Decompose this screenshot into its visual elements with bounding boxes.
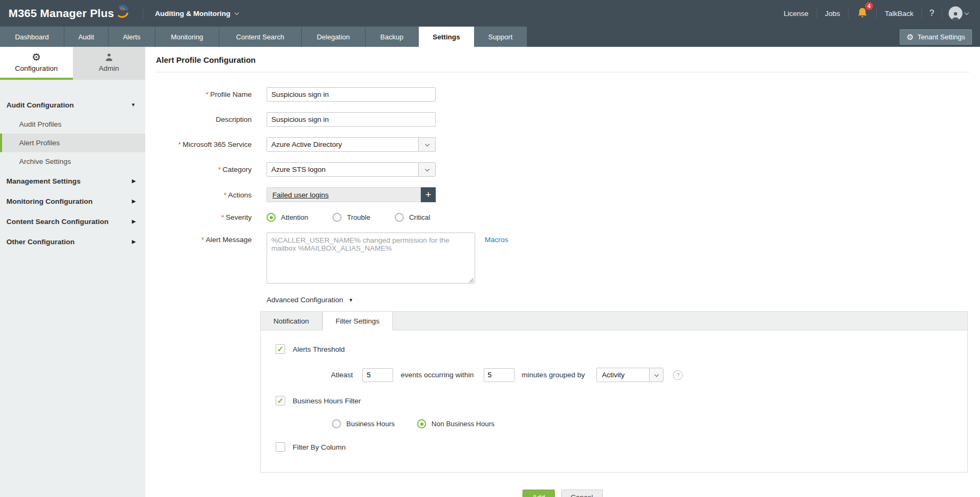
triangle-down-icon: ▼ [131,102,136,107]
tenant-settings-button[interactable]: ⚙ Tenant Settings [900,29,972,45]
business-hours-filter-label: Business Hours Filter [293,397,361,405]
radio-selected-icon [417,419,426,428]
required-asterisk: * [178,140,181,148]
radio-icon [332,419,341,428]
profile-name-input[interactable] [267,87,436,102]
tab-notification[interactable]: Notification [261,312,322,330]
required-asterisk: * [218,165,221,173]
threshold-help-icon[interactable]: ? [673,370,683,380]
chevron-down-icon [965,10,969,14]
chevron-down-icon [649,368,663,382]
panel-tab-strip: Notification Filter Settings [261,312,967,330]
nav-tab-content-search[interactable]: Content Search [219,27,302,47]
minutes-grouped-label: minutes grouped by [522,371,585,379]
nav-tab-alerts[interactable]: Alerts [109,27,155,47]
category-select-value: Azure STS logon [267,165,418,173]
minutes-input[interactable] [484,368,514,382]
business-hours-radio-group: Business Hours Non Business Hours [332,419,952,428]
nav-tab-support[interactable]: Support [474,27,527,47]
nav-tab-settings[interactable]: Settings [419,27,474,47]
admin-person-icon [104,53,114,62]
required-asterisk: * [223,191,226,199]
jobs-link[interactable]: Jobs [817,10,849,18]
alerts-threshold-settings: Atleast events occurring within minutes … [331,368,952,382]
radio-selected-icon [267,213,276,222]
nav-tab-audit[interactable]: Audit [64,27,109,47]
page-title: Alert Profile Configuration [156,53,969,64]
license-link[interactable]: License [776,10,817,18]
service-select[interactable]: Azure Active Directory [267,137,436,152]
title-divider [156,72,969,72]
nav-tab-dashboard[interactable]: Dashboard [0,27,64,47]
atleast-label: Atleast [331,371,353,379]
alerts-threshold-label: Alerts Threshold [293,345,345,353]
sidebar-section-monitoring-configuration[interactable]: Monitoring Configuration ▶ [0,191,145,211]
alerts-threshold-checkbox[interactable]: ✓ [276,344,285,354]
sidebar-item-alert-profiles[interactable]: Alert Profiles [0,134,145,152]
main-content: Alert Profile Configuration *Profile Nam… [145,47,980,497]
sidebar: ⚙ Configuration Admin Audit Configuratio… [0,47,145,497]
app-logo[interactable]: M365 Manager Plus [0,7,130,20]
header-divider [143,7,143,19]
chevron-down-icon [418,163,435,176]
actions-value-link[interactable]: Failed user logins [272,191,329,199]
required-asterisk: * [201,236,204,244]
macros-link[interactable]: Macros [485,236,508,244]
severity-option-attention[interactable]: Attention [267,213,308,222]
sidebar-item-audit-profiles[interactable]: Audit Profiles [0,115,145,134]
notification-bell-button[interactable]: 4 [849,7,876,20]
category-label: Category [222,165,252,173]
tenant-settings-label: Tenant Settings [917,33,965,41]
configuration-tab-label: Configuration [15,64,57,72]
checkmark-icon: ✓ [277,345,284,353]
checkmark-icon: ✓ [277,396,284,404]
filter-by-column-label: Filter By Column [293,443,346,451]
group-by-select-value: Activity [597,371,649,379]
user-avatar-icon [949,6,962,20]
sidebar-item-archive-settings[interactable]: Archive Settings [0,152,145,171]
app-logo-text: M365 Manager Plus [9,7,114,20]
profile-name-label: Profile Name [210,90,252,98]
add-action-button[interactable]: + [421,187,436,202]
nav-tab-monitoring[interactable]: Monitoring [155,27,219,47]
nav-tab-backup[interactable]: Backup [366,27,419,47]
help-icon[interactable]: ? [922,9,942,18]
gear-icon: ⚙ [32,52,41,62]
sidebar-tab-configuration[interactable]: ⚙ Configuration [0,47,73,80]
business-hours-option[interactable]: Business Hours [332,419,395,428]
severity-option-critical[interactable]: Critical [395,213,430,222]
cancel-button[interactable]: Cancel [561,490,603,497]
add-button[interactable]: Add [522,490,554,497]
service-select-value: Azure Active Directory [267,140,418,148]
required-asterisk: * [221,213,224,221]
group-by-select[interactable]: Activity [596,368,663,382]
tab-filter-settings[interactable]: Filter Settings [322,312,393,330]
category-select[interactable]: Azure STS logon [267,162,436,177]
nav-tab-delegation[interactable]: Delegation [302,27,366,47]
gear-icon: ⚙ [907,33,913,41]
advanced-configuration-toggle[interactable]: Advanced Configuration ▼ [267,296,969,304]
triangle-right-icon: ▶ [132,219,136,224]
severity-option-trouble[interactable]: Trouble [333,213,370,222]
sidebar-section-content-search-configuration[interactable]: Content Search Configuration ▶ [0,211,145,231]
talkback-link[interactable]: TalkBack [877,10,921,18]
events-count-input[interactable] [362,368,393,382]
notification-badge: 4 [865,2,873,10]
severity-radio-group: Attention Trouble Critical [267,213,455,222]
sidebar-section-audit-configuration[interactable]: Audit Configuration ▼ [0,95,145,115]
filter-by-column-checkbox[interactable] [276,442,285,452]
non-business-hours-option[interactable]: Non Business Hours [417,419,495,428]
sidebar-tab-admin[interactable]: Admin [73,47,146,80]
alert-message-textarea[interactable] [267,233,475,284]
business-hours-filter-checkbox[interactable]: ✓ [276,396,285,405]
required-asterisk: * [206,90,209,98]
module-switcher[interactable]: Auditing & Monitoring [155,10,238,18]
alert-message-label: Alert Message [206,236,252,244]
user-menu[interactable] [942,6,973,20]
description-input[interactable] [267,112,436,127]
sidebar-section-management-settings[interactable]: Management Settings ▶ [0,171,145,191]
triangle-right-icon: ▶ [132,198,136,204]
sidebar-section-other-configuration[interactable]: Other Configuration ▶ [0,231,145,252]
actions-label: Actions [228,191,252,199]
radio-icon [395,213,404,222]
